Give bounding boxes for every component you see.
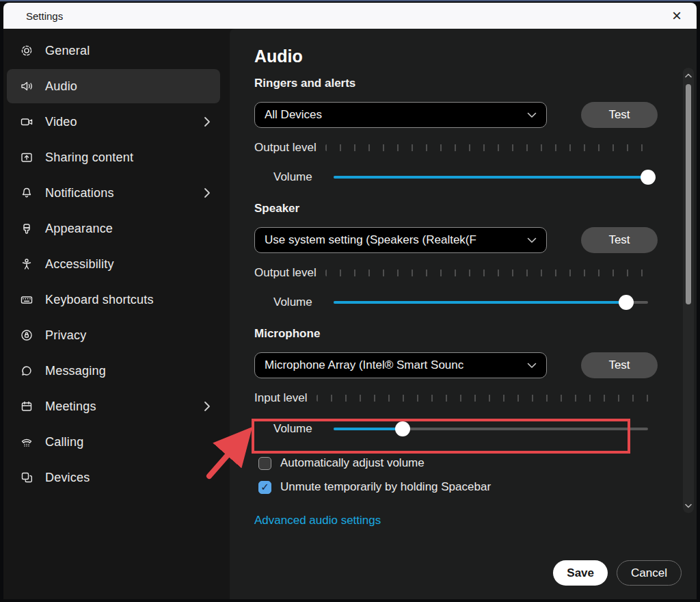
section-heading-ringers: Ringers and alerts [254, 77, 697, 90]
sidebar-item-general[interactable]: General [7, 34, 220, 68]
lock-circle-icon [19, 328, 34, 343]
chat-bubble-icon [19, 363, 34, 378]
auto-adjust-volume-checkbox[interactable]: ✓ [258, 457, 271, 470]
share-screen-icon [19, 150, 34, 165]
ringers-device-value: All Devices [265, 108, 522, 122]
auto-adjust-volume-label: Automatically adjust volume [280, 456, 425, 470]
phone-icon [19, 434, 34, 449]
gear-icon [19, 43, 34, 58]
sidebar-item-label: Privacy [45, 328, 86, 343]
speaker-device-value: Use system setting (Speakers (Realtek(F [265, 233, 522, 247]
speaker-level-meter [325, 270, 649, 276]
slider-thumb[interactable] [395, 421, 410, 436]
sidebar-item-label: Audio [45, 79, 77, 94]
slider-thumb[interactable] [641, 170, 656, 185]
unmute-spacebar-label: Unmute temporarily by holding Spacebar [280, 480, 491, 494]
sidebar-item-meetings[interactable]: Meetings [7, 389, 220, 423]
speaker-volume-slider[interactable] [334, 293, 648, 312]
microphone-level-meter [317, 395, 649, 402]
scrollbar-thumb[interactable] [686, 84, 691, 304]
sidebar-item-sharing-content[interactable]: Sharing content [7, 140, 220, 174]
advanced-audio-settings-link[interactable]: Advanced audio settings [254, 514, 381, 527]
cancel-button[interactable]: Cancel [617, 560, 682, 586]
section-heading-speaker: Speaker [254, 202, 697, 215]
settings-window: Settings × General Audio Vide [0, 0, 700, 602]
page-title: Audio [254, 47, 697, 66]
chevron-down-icon [527, 363, 537, 369]
auto-adjust-volume-row: ✓ Automatically adjust volume [258, 456, 697, 470]
sidebar-item-label: Keyboard shortcuts [45, 293, 154, 307]
chevron-right-icon [204, 116, 211, 127]
sidebar-item-label: General [45, 44, 90, 58]
window-title: Settings [26, 10, 63, 22]
sidebar-item-keyboard-shortcuts[interactable]: Keyboard shortcuts [7, 283, 220, 317]
microphone-device-value: Microphone Array (Intel® Smart Sounc [265, 358, 522, 372]
sidebar-item-label: Accessibility [45, 257, 114, 272]
sidebar-item-calling[interactable]: Calling [7, 425, 220, 459]
bell-icon [19, 185, 34, 200]
sidebar-item-appearance[interactable]: Appearance [7, 211, 220, 246]
section-heading-microphone: Microphone [254, 327, 697, 341]
sidebar-item-label: Messaging [45, 364, 106, 378]
camera-icon [19, 114, 34, 129]
slider-fill [334, 301, 626, 304]
slider-thumb[interactable] [619, 295, 634, 310]
slider-fill [334, 428, 403, 430]
speaker-level-label: Output level [254, 266, 317, 280]
chevron-right-icon [204, 187, 211, 198]
audio-settings-panel: Audio Ringers and alerts All Devices Tes… [230, 29, 697, 599]
sidebar-item-privacy[interactable]: Privacy [7, 318, 220, 352]
ringers-test-button[interactable]: Test [581, 102, 658, 128]
sidebar-item-messaging[interactable]: Messaging [7, 354, 220, 388]
scroll-up-icon[interactable] [685, 68, 692, 83]
devices-icon [19, 470, 34, 485]
ringers-level-label: Output level [254, 141, 317, 155]
ringers-device-dropdown[interactable]: All Devices [254, 102, 547, 128]
sidebar-item-label: Calling [45, 435, 83, 449]
sidebar-item-label: Sharing content [45, 150, 133, 165]
speaker-device-dropdown[interactable]: Use system setting (Speakers (Realtek(F [254, 227, 547, 253]
speaker-test-button[interactable]: Test [581, 227, 658, 253]
chevron-down-icon [527, 112, 537, 118]
chevron-down-icon [527, 237, 537, 244]
sidebar-item-audio[interactable]: Audio [7, 69, 220, 103]
paintbrush-icon [19, 221, 34, 236]
speaker-icon [19, 79, 34, 94]
sidebar-item-notifications[interactable]: Notifications [7, 176, 220, 210]
sidebar-item-label: Notifications [45, 186, 114, 200]
unmute-spacebar-checkbox[interactable]: ✓ [258, 481, 271, 494]
microphone-level-label: Input level [254, 391, 308, 405]
sidebar: General Audio Video [3, 29, 230, 599]
calendar-icon [19, 399, 34, 414]
sidebar-item-label: Meetings [45, 400, 96, 414]
keyboard-icon [19, 292, 34, 307]
slider-fill [334, 176, 648, 179]
sidebar-item-label: Appearance [45, 222, 113, 236]
ringers-volume-slider[interactable] [334, 168, 648, 187]
person-icon [19, 257, 34, 272]
microphone-test-button[interactable]: Test [581, 352, 658, 378]
sidebar-item-accessibility[interactable]: Accessibility [7, 247, 220, 281]
sidebar-item-devices[interactable]: Devices [7, 460, 220, 495]
speaker-volume-label: Volume [273, 296, 312, 309]
microphone-volume-label: Volume [273, 422, 312, 436]
ringers-volume-label: Volume [273, 170, 312, 184]
app-body: General Audio Video [3, 29, 697, 599]
sidebar-item-video[interactable]: Video [7, 105, 220, 139]
close-icon[interactable]: × [667, 5, 687, 26]
unmute-spacebar-row: ✓ Unmute temporarily by holding Spacebar [258, 480, 697, 494]
scroll-down-icon[interactable] [685, 498, 692, 513]
microphone-device-dropdown[interactable]: Microphone Array (Intel® Smart Sounc [254, 352, 547, 378]
save-button[interactable]: Save [553, 560, 608, 586]
microphone-volume-slider[interactable] [334, 419, 648, 439]
sidebar-item-label: Video [45, 115, 77, 129]
ringers-level-meter [325, 144, 649, 151]
scrollbar[interactable] [683, 68, 694, 513]
chevron-right-icon [204, 401, 211, 412]
sidebar-item-label: Devices [45, 471, 90, 485]
titlebar: Settings × [3, 3, 697, 29]
footer-buttons: Save Cancel [553, 560, 682, 586]
